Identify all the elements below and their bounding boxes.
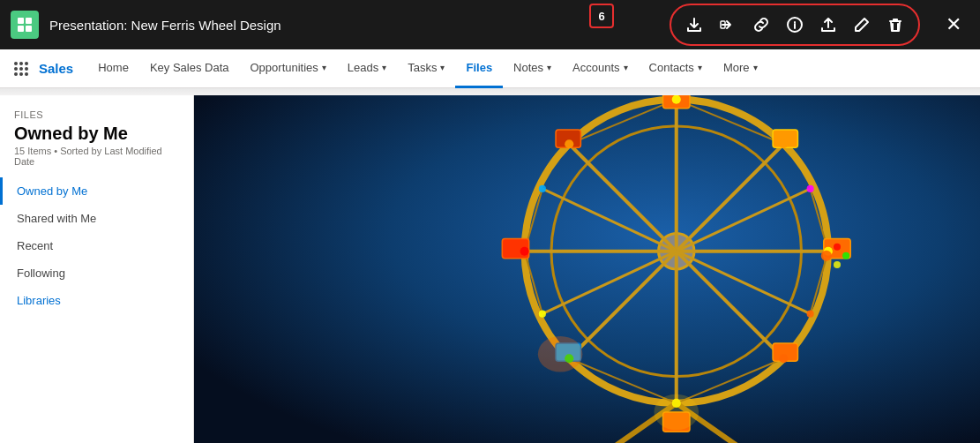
svg-point-10 (19, 67, 23, 71)
svg-point-44 (672, 95, 681, 104)
top-bar-title: Presentation: New Ferris Wheel Design (49, 18, 659, 33)
svg-point-56 (834, 244, 841, 251)
svg-point-53 (807, 185, 814, 192)
contacts-chevron: ▾ (698, 63, 702, 72)
svg-point-11 (25, 67, 28, 71)
content-area: Upload Files TITLE IFIED DATE ↓ P 2:23 P… (194, 95, 980, 443)
app-launcher-icon[interactable] (7, 55, 35, 83)
nav-item-contacts[interactable]: Contacts▾ (639, 49, 713, 88)
svg-rect-1 (26, 18, 32, 24)
svg-point-6 (14, 62, 18, 65)
delete-button[interactable] (879, 9, 911, 41)
sidebar-title: Owned by Me (0, 124, 193, 146)
search-strip (0, 88, 980, 95)
svg-point-55 (539, 311, 546, 318)
svg-point-59 (821, 251, 832, 261)
sidebar: Files Owned by Me 15 Items • Sorted by L… (0, 95, 194, 443)
svg-point-58 (834, 261, 841, 268)
svg-point-8 (25, 62, 28, 65)
svg-point-12 (14, 72, 18, 76)
more-chevron: ▾ (753, 63, 758, 72)
nav-item-tasks[interactable]: Tasks▾ (397, 49, 455, 88)
sidebar-subtitle: 15 Items • Sorted by Last Modified Date (0, 146, 193, 177)
download-button[interactable] (678, 9, 710, 41)
ferris-wheel-image (194, 95, 980, 443)
close-button[interactable]: ✕ (938, 9, 969, 41)
sidebar-item-libraries[interactable]: Libraries (0, 287, 193, 314)
sidebar-item-recent[interactable]: Recent (0, 232, 193, 259)
svg-point-14 (25, 72, 28, 76)
notes-chevron: ▾ (547, 63, 551, 72)
nav-item-home[interactable]: Home (87, 49, 139, 88)
svg-rect-15 (194, 95, 980, 443)
sidebar-item-shared-with-me[interactable]: Shared with Me (0, 205, 193, 232)
share-button[interactable] (712, 9, 744, 41)
top-bar-actions (670, 4, 920, 46)
svg-point-13 (19, 72, 23, 76)
top-bar: Presentation: New Ferris Wheel Design 6 (0, 0, 980, 49)
svg-point-49 (779, 354, 788, 363)
upload-button[interactable] (812, 9, 844, 41)
svg-point-61 (654, 394, 699, 431)
nav-bar: Sales Home Key Sales Data Opportunities▾… (0, 49, 980, 88)
main-layout: Files Owned by Me 15 Items • Sorted by L… (0, 95, 980, 443)
image-overlay (194, 95, 980, 443)
svg-point-9 (14, 67, 18, 71)
sidebar-item-following[interactable]: Following (0, 259, 193, 287)
nav-item-notes[interactable]: Notes▾ (503, 49, 562, 88)
tasks-chevron: ▾ (440, 63, 445, 72)
nav-item-accounts[interactable]: Accounts▾ (562, 49, 638, 88)
svg-point-57 (842, 252, 849, 259)
accounts-chevron: ▾ (624, 63, 628, 72)
app-icon (11, 11, 39, 39)
nav-logo[interactable]: Sales (39, 61, 73, 76)
leads-chevron: ▾ (382, 63, 386, 72)
svg-point-54 (807, 311, 814, 318)
badge-number: 6 (589, 4, 614, 28)
nav-item-key-sales-data[interactable]: Key Sales Data (139, 49, 240, 88)
svg-point-46 (520, 247, 529, 256)
copy-link-button[interactable] (745, 9, 777, 41)
svg-rect-0 (18, 18, 24, 24)
edit-button[interactable] (846, 9, 878, 41)
svg-point-45 (565, 139, 573, 148)
svg-point-52 (539, 185, 546, 192)
svg-point-51 (779, 139, 788, 148)
opportunities-chevron: ▾ (322, 63, 326, 72)
nav-item-leads[interactable]: Leads▾ (337, 49, 397, 88)
info-button[interactable] (779, 9, 811, 41)
svg-rect-3 (26, 26, 32, 32)
nav-item-files[interactable]: Files (455, 49, 503, 88)
sidebar-breadcrumb: Files (0, 109, 193, 124)
svg-rect-2 (18, 26, 24, 32)
nav-item-opportunities[interactable]: Opportunities▾ (240, 49, 337, 88)
svg-point-60 (538, 336, 583, 372)
nav-item-more[interactable]: More▾ (713, 49, 768, 88)
sidebar-item-owned-by-me[interactable]: Owned by Me (0, 177, 193, 205)
svg-point-7 (19, 62, 23, 65)
